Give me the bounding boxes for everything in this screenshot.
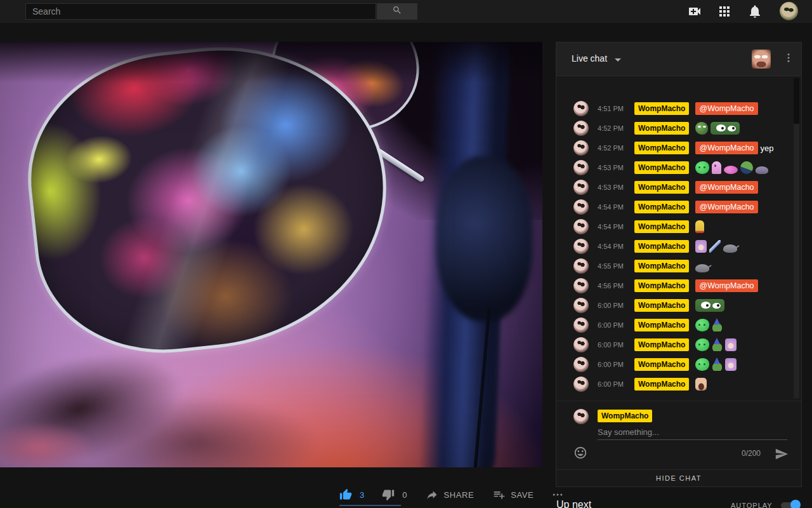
chat-author-avatar[interactable] bbox=[573, 357, 589, 372]
chat-scrollbar-track[interactable] bbox=[794, 78, 799, 398]
message-timestamp: 6:00 PM bbox=[598, 380, 628, 388]
save-button[interactable]: SAVE bbox=[511, 490, 534, 500]
chat-scrollbar-thumb[interactable] bbox=[794, 78, 799, 124]
emoji-picker-icon[interactable] bbox=[573, 446, 587, 460]
chat-self-avatar[interactable] bbox=[573, 409, 589, 424]
chat-message: 4:54 PMWompMacho bbox=[573, 219, 790, 234]
video-action-bar: 3 0 SHARE SAVE bbox=[339, 488, 564, 501]
search-input[interactable] bbox=[25, 3, 376, 20]
chat-message: 4:52 PMWompMacho bbox=[573, 121, 790, 136]
save-icon[interactable] bbox=[493, 488, 506, 501]
message-author-badge[interactable]: WompMacho bbox=[634, 319, 689, 331]
chat-author-avatar[interactable] bbox=[573, 140, 589, 156]
share-button[interactable]: SHARE bbox=[443, 490, 474, 500]
emote-wizard-pepe-icon bbox=[712, 319, 723, 331]
send-message-icon[interactable] bbox=[775, 447, 789, 461]
message-author-badge[interactable]: WompMacho bbox=[634, 378, 689, 391]
message-timestamp: 4:56 PM bbox=[598, 282, 628, 290]
chat-message: 4:54 PMWompMacho@WompMacho bbox=[573, 199, 790, 215]
message-timestamp: 4:53 PM bbox=[598, 184, 628, 191]
message-author-badge[interactable]: WompMacho bbox=[634, 201, 689, 213]
apps-grid-icon[interactable] bbox=[717, 4, 732, 19]
emote-pepe-dj-icon bbox=[740, 161, 753, 174]
chat-message: 4:54 PMWompMacho bbox=[573, 239, 790, 254]
message-author-badge[interactable]: WompMacho bbox=[634, 260, 689, 272]
share-icon[interactable] bbox=[426, 488, 438, 501]
message-text: yep bbox=[761, 144, 774, 153]
autoplay-label: AUTOPLAY bbox=[731, 502, 773, 508]
chat-author-avatar[interactable] bbox=[573, 160, 589, 175]
mention-chip: @WompMacho bbox=[695, 102, 757, 115]
video-upload-icon[interactable] bbox=[687, 4, 702, 19]
page: 3 0 SHARE SAVE Live chat 4:51 PMWompMach… bbox=[0, 0, 812, 508]
chat-message: 4:55 PMWompMacho bbox=[573, 258, 790, 274]
emote-anime-girl-icon bbox=[725, 338, 737, 351]
kebab-menu-icon[interactable] bbox=[783, 52, 796, 66]
dislike-count: 0 bbox=[402, 490, 407, 500]
chat-message: 6:00 PMWompMacho bbox=[573, 318, 790, 333]
emote-green-blob-icon bbox=[695, 161, 709, 174]
message-content bbox=[695, 358, 737, 371]
chat-author-avatar[interactable] bbox=[573, 337, 589, 352]
dislike-button[interactable] bbox=[382, 488, 395, 501]
message-content bbox=[695, 161, 768, 174]
chat-message: 4:51 PMWompMacho@WompMacho bbox=[573, 101, 790, 116]
chat-author-avatar[interactable] bbox=[573, 318, 589, 333]
message-timestamp: 4:51 PM bbox=[598, 105, 628, 112]
message-timestamp: 4:52 PM bbox=[598, 144, 628, 152]
chat-author-avatar[interactable] bbox=[573, 180, 589, 195]
message-author-badge[interactable]: WompMacho bbox=[634, 358, 689, 371]
emote-pink-slug-icon bbox=[724, 166, 738, 174]
live-chat-panel: Live chat 4:51 PMWompMacho@WompMacho4:52… bbox=[556, 42, 802, 487]
chat-author-avatar[interactable] bbox=[573, 199, 589, 215]
message-author-badge[interactable]: WompMacho bbox=[634, 102, 689, 115]
chat-header: Live chat bbox=[556, 43, 801, 76]
chat-author-avatar[interactable] bbox=[573, 101, 589, 116]
message-author-badge[interactable]: WompMacho bbox=[634, 338, 689, 351]
message-author-badge[interactable]: WompMacho bbox=[634, 220, 689, 233]
chat-author-avatar[interactable] bbox=[573, 239, 589, 254]
chat-author-avatar[interactable] bbox=[573, 121, 589, 136]
message-author-badge[interactable]: WompMacho bbox=[634, 122, 689, 135]
video-player[interactable] bbox=[0, 42, 542, 467]
chat-input-field[interactable]: Say something... bbox=[598, 427, 786, 437]
autoplay-toggle-knob[interactable] bbox=[790, 500, 801, 508]
chat-emote-thumbnail[interactable] bbox=[752, 50, 771, 69]
message-content: @WompMacho bbox=[695, 102, 757, 115]
message-content: @WompMachoyep bbox=[695, 142, 773, 154]
chat-author-avatar[interactable] bbox=[573, 258, 589, 274]
message-author-badge[interactable]: WompMacho bbox=[634, 161, 689, 174]
chat-author-avatar[interactable] bbox=[573, 278, 589, 293]
message-author-badge[interactable]: WompMacho bbox=[634, 299, 689, 312]
emote-yellow-hair-icon bbox=[695, 220, 704, 233]
chat-messages: 4:51 PMWompMacho@WompMacho4:52 PMWompMac… bbox=[556, 76, 801, 401]
message-author-badge[interactable]: WompMacho bbox=[634, 279, 689, 292]
message-content bbox=[695, 338, 737, 351]
mention-chip: @WompMacho bbox=[695, 279, 757, 292]
message-content bbox=[695, 240, 737, 253]
emote-wide-pepe-icon bbox=[710, 122, 740, 135]
chat-title-dropdown[interactable]: Live chat bbox=[572, 53, 607, 64]
emote-anime-girl-icon bbox=[725, 358, 737, 371]
hide-chat-button[interactable]: HIDE CHAT bbox=[556, 469, 801, 486]
search-button[interactable] bbox=[377, 3, 417, 20]
message-timestamp: 4:54 PM bbox=[598, 223, 628, 231]
message-author-badge[interactable]: WompMacho bbox=[634, 181, 689, 194]
like-count: 3 bbox=[360, 490, 364, 500]
message-author-badge[interactable]: WompMacho bbox=[634, 240, 689, 253]
chat-author-avatar[interactable] bbox=[573, 219, 589, 234]
chat-message: 6:00 PMWompMacho bbox=[573, 337, 790, 352]
player-art-vignette bbox=[0, 42, 542, 467]
chat-self-name-badge: WompMacho bbox=[598, 410, 652, 422]
message-timestamp: 6:00 PM bbox=[598, 361, 628, 368]
notifications-bell-icon[interactable] bbox=[747, 4, 763, 19]
message-author-badge[interactable]: WompMacho bbox=[634, 142, 689, 154]
message-timestamp: 4:53 PM bbox=[598, 164, 628, 171]
chat-message: 6:00 PMWompMacho bbox=[573, 357, 790, 372]
message-timestamp: 6:00 PM bbox=[598, 302, 628, 309]
like-button[interactable] bbox=[339, 488, 352, 501]
account-avatar[interactable] bbox=[780, 2, 798, 20]
chat-author-avatar[interactable] bbox=[573, 298, 589, 313]
chat-author-avatar[interactable] bbox=[573, 377, 589, 392]
chevron-down-icon[interactable] bbox=[615, 58, 621, 62]
